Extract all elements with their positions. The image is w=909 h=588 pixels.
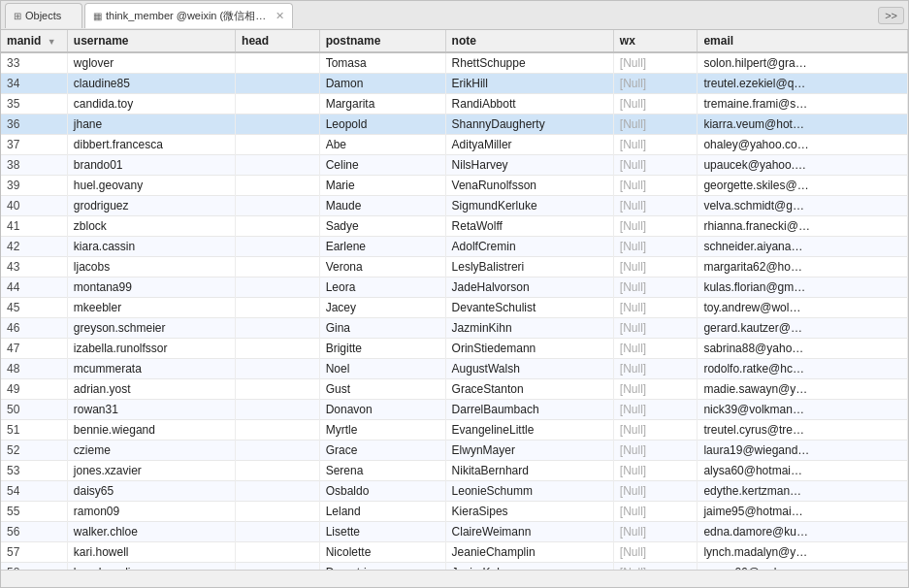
cell-head (236, 176, 320, 196)
cell-email: kulas.florian@gm… (698, 278, 908, 298)
table-row[interactable]: 42kiara.cassinEarleneAdolfCremin[Null]sc… (1, 237, 908, 257)
table-row[interactable]: 38brando01CelineNilsHarvey[Null]upaucek@… (1, 155, 908, 176)
cell-note: ElwynMayer (445, 441, 613, 461)
cell-note: SigmundKerluke (445, 196, 613, 216)
table-row[interactable]: 36jhaneLeopoldShannyDaugherty[Null]kiarr… (1, 114, 908, 135)
table-row[interactable]: 55ramon09LelandKieraSipes[Null]jaime95@h… (1, 502, 908, 522)
table-row[interactable]: 39huel.geovanyMarieVenaRunolfsson[Null]g… (1, 176, 908, 196)
cell-manid: 41 (1, 216, 67, 237)
cell-postname: Donavon (319, 400, 445, 420)
table-row[interactable]: 54daisy65OsbaldoLeonieSchumm[Null]edythe… (1, 481, 908, 502)
cell-username: bennie.wiegand (67, 420, 235, 441)
cell-username: ljacobs (67, 257, 235, 278)
cell-username: daisy65 (67, 481, 235, 502)
table-row[interactable]: 49adrian.yostGustGraceStanton[Null]madie… (1, 379, 908, 400)
table-row[interactable]: 46greyson.schmeierGinaJazminKihn[Null]ge… (1, 318, 908, 339)
cell-manid: 39 (1, 176, 67, 196)
cell-email: treutel.ezekiel@q… (698, 74, 908, 94)
col-header-head[interactable]: head (236, 30, 320, 52)
cell-wx: [Null] (613, 420, 698, 441)
cell-head (236, 359, 320, 379)
cell-note: EvangelineLittle (445, 420, 613, 441)
cell-note: LeslyBalistreri (445, 257, 613, 278)
cell-email: velva.schmidt@g… (698, 196, 908, 216)
table-icon: ▦ (93, 11, 102, 21)
cell-manid: 38 (1, 155, 67, 176)
table-row[interactable]: 40grodriguezMaudeSigmundKerluke[Null]vel… (1, 196, 908, 216)
table-row[interactable]: 45mkeeblerJaceyDevanteSchulist[Null]toy.… (1, 298, 908, 318)
tab-objects[interactable]: ⊞ Objects (5, 3, 82, 28)
cell-postname: Noel (319, 359, 445, 379)
cell-manid: 46 (1, 318, 67, 339)
cell-wx: [Null] (613, 135, 698, 155)
objects-icon: ⊞ (14, 11, 21, 21)
cell-manid: 47 (1, 339, 67, 359)
cell-postname: Maude (319, 196, 445, 216)
cell-postname: Sadye (319, 216, 445, 237)
table-row[interactable]: 34claudine85DamonErikHill[Null]treutel.e… (1, 74, 908, 94)
table-row[interactable]: 47izabella.runolfssorBrigitteOrinStiedem… (1, 339, 908, 359)
cell-note: ClaireWeimann (445, 522, 613, 542)
table-row[interactable]: 41zblockSadyeRetaWolff[Null]rhianna.fran… (1, 216, 908, 237)
table-row[interactable]: 37dibbert.francescaAbeAdityaMiller[Null]… (1, 135, 908, 155)
table-row[interactable]: 56walker.chloeLisetteClaireWeimann[Null]… (1, 522, 908, 542)
cell-email: laura19@wiegand… (698, 441, 908, 461)
table-header-row: manid ▼ username head postname note (1, 30, 908, 52)
cell-note: GraceStanton (445, 379, 613, 400)
cell-wx: [Null] (613, 339, 698, 359)
cell-postname: Gust (319, 379, 445, 400)
tab-objects-label: Objects (25, 10, 61, 21)
tab-close-button[interactable]: ✕ (276, 10, 284, 22)
cell-username: walker.chloe (67, 522, 235, 542)
cell-wx: [Null] (613, 481, 698, 502)
cell-wx: [Null] (613, 52, 698, 74)
cell-manid: 57 (1, 542, 67, 563)
cell-wx: [Null] (613, 542, 698, 563)
table-row[interactable]: 53jones.xzavierSerenaNikitaBernhard[Null… (1, 461, 908, 481)
table-row[interactable]: 52cziemeGraceElwynMayer[Null]laura19@wie… (1, 441, 908, 461)
table-row[interactable]: 48mcummerataNoelAugustWalsh[Null]rodolfo… (1, 359, 908, 379)
cell-wx: [Null] (613, 74, 698, 94)
table-row[interactable]: 57kari.howellNicoletteJeanieChamplin[Nul… (1, 542, 908, 563)
col-header-email[interactable]: email (698, 30, 908, 52)
table-row[interactable]: 35candida.toyMargaritaRandiAbbott[Null]t… (1, 94, 908, 114)
table-row[interactable]: 43ljacobsVeronaLeslyBalistreri[Null]marg… (1, 257, 908, 278)
cell-email: tremaine.frami@s… (698, 94, 908, 114)
cell-wx: [Null] (613, 94, 698, 114)
cell-head (236, 441, 320, 461)
cell-postname: Osbaldo (319, 481, 445, 502)
table-row[interactable]: 33wgloverTomasaRhettSchuppe[Null]solon.h… (1, 52, 908, 74)
col-header-postname[interactable]: postname (319, 30, 445, 52)
table-row[interactable]: 50rowan31DonavonDarrelBaumbach[Null]nick… (1, 400, 908, 420)
col-header-username[interactable]: username (67, 30, 235, 52)
cell-head (236, 379, 320, 400)
table-row[interactable]: 44montana99LeoraJadeHalvorson[Null]kulas… (1, 278, 908, 298)
col-header-note[interactable]: note (445, 30, 613, 52)
cell-email: upaucek@yahoo.… (698, 155, 908, 176)
table-row[interactable]: 51bennie.wiegandMyrtleEvangelineLittle[N… (1, 420, 908, 441)
cell-manid: 36 (1, 114, 67, 135)
cell-head (236, 298, 320, 318)
cell-username: greyson.schmeier (67, 318, 235, 339)
cell-email: alysa60@hotmai… (698, 461, 908, 481)
cell-head (236, 196, 320, 216)
cell-head (236, 74, 320, 94)
cell-username: adrian.yost (67, 379, 235, 400)
cell-postname: Lisette (319, 522, 445, 542)
cell-wx: [Null] (613, 176, 698, 196)
cell-head (236, 135, 320, 155)
cell-manid: 55 (1, 502, 67, 522)
cell-manid: 42 (1, 237, 67, 257)
cell-postname: Leopold (319, 114, 445, 135)
cell-note: OrinStiedemann (445, 339, 613, 359)
table-row[interactable]: 58bauch.earlineDemetrisJavierKulas[Null]… (1, 563, 908, 571)
col-header-manid[interactable]: manid ▼ (1, 30, 67, 52)
tab-table[interactable]: ▦ think_member @weixin (微信相… ✕ (84, 3, 293, 28)
cell-head (236, 502, 320, 522)
cell-note: LeonieSchumm (445, 481, 613, 502)
tab-overflow-button[interactable]: >> (878, 7, 904, 24)
cell-postname: Leora (319, 278, 445, 298)
cell-postname: Verona (319, 257, 445, 278)
col-header-wx[interactable]: wx (613, 30, 698, 52)
table-container[interactable]: manid ▼ username head postname note (1, 30, 908, 570)
